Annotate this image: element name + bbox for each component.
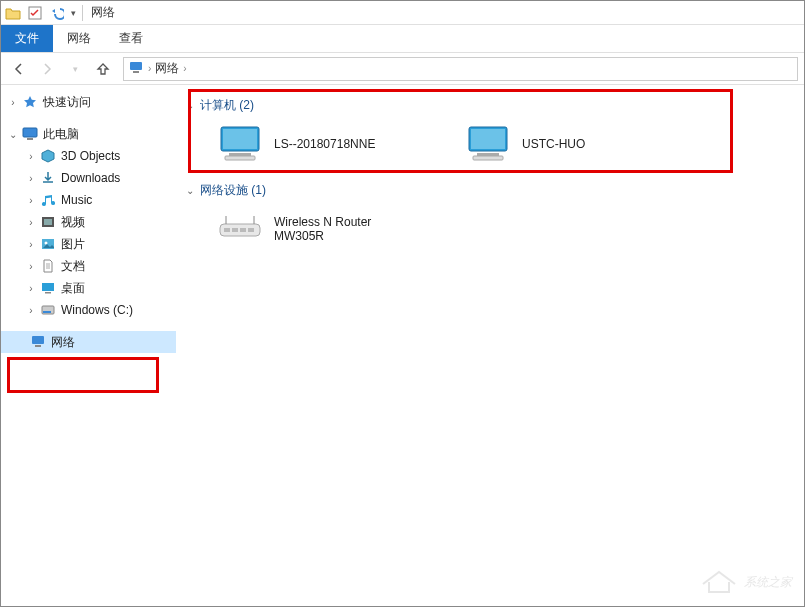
chevron-right-icon[interactable]: ›: [25, 305, 37, 316]
breadcrumb-root[interactable]: 网络: [155, 60, 179, 77]
sidebar-item-label: Windows (C:): [61, 303, 133, 317]
forward-button[interactable]: [35, 57, 59, 81]
sidebar-item-label: 图片: [61, 236, 85, 253]
svg-rect-24: [224, 228, 230, 232]
sidebar-item-this-pc[interactable]: ⌄ 此电脑: [1, 123, 176, 145]
svg-rect-3: [23, 128, 37, 137]
svg-rect-22: [473, 156, 503, 160]
cube-icon: [39, 148, 57, 164]
back-button[interactable]: [7, 57, 31, 81]
content-pane: ⌄ 计算机 (2) LS--20180718NNE USTC-HUO ⌄ 网络设…: [176, 85, 804, 606]
sidebar-item-label: 网络: [51, 334, 75, 351]
chevron-right-icon[interactable]: ›: [25, 261, 37, 272]
sidebar-item-pictures[interactable]: › 图片: [1, 233, 176, 255]
separator: [82, 5, 83, 21]
drive-icon: [39, 302, 57, 318]
sidebar-item-music[interactable]: › Music: [1, 189, 176, 211]
sidebar-item-downloads[interactable]: › Downloads: [1, 167, 176, 189]
svg-rect-16: [223, 129, 257, 149]
chevron-right-icon[interactable]: ›: [148, 63, 151, 74]
svg-rect-12: [43, 311, 51, 313]
sidebar-item-drive-c[interactable]: › Windows (C:): [1, 299, 176, 321]
svg-rect-20: [471, 129, 505, 149]
recent-dropdown-icon[interactable]: ▾: [63, 57, 87, 81]
chevron-right-icon[interactable]: ›: [7, 97, 19, 108]
chevron-down-icon: ⌄: [186, 185, 194, 196]
chevron-down-icon[interactable]: ⌄: [7, 129, 19, 140]
desktop-icon: [39, 280, 57, 296]
router-icon: [216, 209, 264, 249]
svg-rect-4: [27, 138, 33, 140]
film-icon: [39, 214, 57, 230]
main-area: › 快速访问 ⌄ 此电脑 › 3D Objects › Downloads ›: [1, 85, 804, 606]
tab-view[interactable]: 查看: [105, 25, 157, 52]
undo-icon[interactable]: [49, 5, 65, 21]
sidebar-item-documents[interactable]: › 文档: [1, 255, 176, 277]
device-label-line2: MW305R: [274, 229, 371, 243]
group-header-network-devices[interactable]: ⌄ 网络设施 (1): [176, 178, 804, 203]
chevron-right-icon[interactable]: ›: [25, 151, 37, 162]
svg-rect-13: [32, 336, 44, 344]
svg-rect-26: [240, 228, 246, 232]
device-computer[interactable]: LS--20180718NNE: [216, 124, 436, 164]
svg-rect-2: [133, 71, 139, 73]
group-title: 计算机 (2): [200, 97, 254, 114]
device-label: LS--20180718NNE: [274, 137, 375, 151]
tab-file[interactable]: 文件: [1, 25, 53, 52]
properties-icon[interactable]: [27, 5, 43, 21]
network-icon: [128, 61, 144, 77]
device-label: USTC-HUO: [522, 137, 585, 151]
svg-rect-10: [45, 292, 51, 294]
svg-rect-1: [130, 62, 142, 70]
sidebar-item-label: 快速访问: [43, 94, 91, 111]
group-title: 网络设施 (1): [200, 182, 266, 199]
svg-rect-18: [225, 156, 255, 160]
download-icon: [39, 170, 57, 186]
sidebar-item-label: 视频: [61, 214, 85, 231]
chevron-right-icon[interactable]: ›: [183, 63, 186, 74]
qat-dropdown-icon[interactable]: ▾: [71, 8, 76, 18]
music-icon: [39, 192, 57, 208]
svg-rect-6: [44, 219, 52, 225]
sidebar-item-3d-objects[interactable]: › 3D Objects: [1, 145, 176, 167]
device-router[interactable]: Wireless N Router MW305R: [216, 209, 436, 249]
group-header-computers[interactable]: ⌄ 计算机 (2): [176, 93, 804, 118]
document-icon: [39, 258, 57, 274]
sidebar-item-label: Downloads: [61, 171, 120, 185]
group-network-devices-items: Wireless N Router MW305R: [176, 203, 804, 263]
quick-access-toolbar: ▾: [5, 5, 83, 21]
device-label: Wireless N Router MW305R: [274, 215, 371, 243]
ribbon-tabs: 文件 网络 查看: [1, 25, 804, 53]
sidebar-item-label: Music: [61, 193, 92, 207]
sidebar-item-label: 桌面: [61, 280, 85, 297]
sidebar-item-desktop[interactable]: › 桌面: [1, 277, 176, 299]
sidebar-item-label: 文档: [61, 258, 85, 275]
title-bar: ▾ 网络: [1, 1, 804, 25]
svg-rect-9: [42, 283, 54, 291]
computer-icon: [216, 124, 264, 164]
chevron-right-icon[interactable]: ›: [25, 283, 37, 294]
star-icon: [21, 94, 39, 110]
chevron-right-icon[interactable]: ›: [25, 239, 37, 250]
monitor-icon: [21, 126, 39, 142]
address-bar[interactable]: › 网络 ›: [123, 57, 798, 81]
sidebar-item-label: 3D Objects: [61, 149, 120, 163]
tab-network[interactable]: 网络: [53, 25, 105, 52]
device-computer[interactable]: USTC-HUO: [464, 124, 684, 164]
chevron-right-icon[interactable]: ›: [25, 173, 37, 184]
navigation-pane: › 快速访问 ⌄ 此电脑 › 3D Objects › Downloads ›: [1, 85, 176, 606]
window-title: 网络: [91, 4, 115, 21]
svg-rect-14: [35, 345, 41, 347]
sidebar-item-label: 此电脑: [43, 126, 79, 143]
svg-rect-27: [248, 228, 254, 232]
chevron-right-icon[interactable]: ›: [25, 195, 37, 206]
sidebar-item-videos[interactable]: › 视频: [1, 211, 176, 233]
device-label-line1: Wireless N Router: [274, 215, 371, 229]
up-button[interactable]: [91, 57, 115, 81]
chevron-down-icon: ⌄: [186, 100, 194, 111]
computer-icon: [464, 124, 512, 164]
chevron-right-icon[interactable]: ›: [25, 217, 37, 228]
sidebar-item-quick-access[interactable]: › 快速访问: [1, 91, 176, 113]
svg-rect-25: [232, 228, 238, 232]
sidebar-item-network[interactable]: 网络: [1, 331, 176, 353]
